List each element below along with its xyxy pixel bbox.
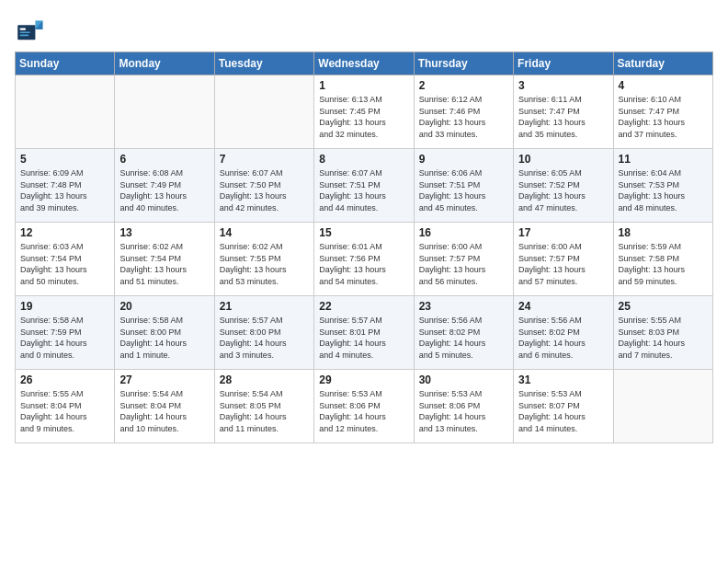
day-info: Sunrise: 6:02 AM Sunset: 7:54 PM Dayligh… xyxy=(119,241,209,287)
calendar-cell: 26Sunrise: 5:55 AM Sunset: 8:04 PM Dayli… xyxy=(16,370,115,443)
week-row: 1Sunrise: 6:13 AM Sunset: 7:45 PM Daylig… xyxy=(16,75,713,149)
calendar-cell: 11Sunrise: 6:04 AM Sunset: 7:53 PM Dayli… xyxy=(613,149,712,223)
calendar-cell: 5Sunrise: 6:09 AM Sunset: 7:48 PM Daylig… xyxy=(16,149,115,223)
day-header-monday: Monday xyxy=(115,52,214,75)
day-header-friday: Friday xyxy=(514,52,613,75)
day-info: Sunrise: 5:57 AM Sunset: 8:00 PM Dayligh… xyxy=(220,315,309,361)
logo-icon xyxy=(15,15,44,44)
day-info: Sunrise: 6:00 AM Sunset: 7:57 PM Dayligh… xyxy=(518,241,608,287)
day-number: 18 xyxy=(619,226,708,239)
svg-rect-6 xyxy=(20,35,29,37)
svg-rect-5 xyxy=(20,31,30,33)
day-info: Sunrise: 6:04 AM Sunset: 7:53 PM Dayligh… xyxy=(619,167,708,213)
day-number: 23 xyxy=(419,300,508,313)
day-number: 8 xyxy=(319,153,408,166)
calendar-cell xyxy=(214,75,313,149)
calendar-cell: 29Sunrise: 5:53 AM Sunset: 8:06 PM Dayli… xyxy=(314,370,414,443)
day-info: Sunrise: 5:58 AM Sunset: 8:00 PM Dayligh… xyxy=(119,315,209,361)
day-info: Sunrise: 5:53 AM Sunset: 8:06 PM Dayligh… xyxy=(319,388,408,434)
day-info: Sunrise: 6:09 AM Sunset: 7:48 PM Dayligh… xyxy=(20,167,109,213)
calendar-cell: 12Sunrise: 6:03 AM Sunset: 7:54 PM Dayli… xyxy=(16,223,115,296)
day-info: Sunrise: 6:06 AM Sunset: 7:51 PM Dayligh… xyxy=(419,167,508,213)
calendar-cell: 8Sunrise: 6:07 AM Sunset: 7:51 PM Daylig… xyxy=(314,149,414,223)
day-number: 24 xyxy=(518,300,608,313)
day-number: 3 xyxy=(518,79,608,92)
calendar-cell: 22Sunrise: 5:57 AM Sunset: 8:01 PM Dayli… xyxy=(314,296,414,370)
day-number: 9 xyxy=(419,153,508,166)
day-info: Sunrise: 5:59 AM Sunset: 7:58 PM Dayligh… xyxy=(619,241,708,287)
calendar-cell: 3Sunrise: 6:11 AM Sunset: 7:47 PM Daylig… xyxy=(514,75,613,149)
day-info: Sunrise: 5:54 AM Sunset: 8:05 PM Dayligh… xyxy=(220,388,309,434)
day-info: Sunrise: 6:07 AM Sunset: 7:51 PM Dayligh… xyxy=(319,167,408,213)
day-number: 14 xyxy=(220,226,309,239)
logo xyxy=(15,15,48,44)
calendar-cell: 25Sunrise: 5:55 AM Sunset: 8:03 PM Dayli… xyxy=(613,296,712,370)
day-number: 21 xyxy=(220,300,309,313)
day-header-thursday: Thursday xyxy=(414,52,513,75)
day-number: 22 xyxy=(319,300,408,313)
day-number: 29 xyxy=(319,373,408,386)
day-info: Sunrise: 6:12 AM Sunset: 7:46 PM Dayligh… xyxy=(419,94,508,140)
calendar-cell: 10Sunrise: 6:05 AM Sunset: 7:52 PM Dayli… xyxy=(514,149,613,223)
day-info: Sunrise: 6:11 AM Sunset: 7:47 PM Dayligh… xyxy=(518,94,608,140)
calendar-cell: 4Sunrise: 6:10 AM Sunset: 7:47 PM Daylig… xyxy=(613,75,712,149)
calendar-cell: 7Sunrise: 6:07 AM Sunset: 7:50 PM Daylig… xyxy=(214,149,313,223)
day-info: Sunrise: 6:03 AM Sunset: 7:54 PM Dayligh… xyxy=(20,241,109,287)
week-row: 5Sunrise: 6:09 AM Sunset: 7:48 PM Daylig… xyxy=(16,149,713,223)
day-number: 30 xyxy=(419,373,508,386)
day-header-wednesday: Wednesday xyxy=(314,52,414,75)
day-info: Sunrise: 5:53 AM Sunset: 8:07 PM Dayligh… xyxy=(518,388,608,434)
calendar-cell: 9Sunrise: 6:06 AM Sunset: 7:51 PM Daylig… xyxy=(414,149,513,223)
day-info: Sunrise: 5:55 AM Sunset: 8:03 PM Dayligh… xyxy=(619,315,708,361)
calendar-cell xyxy=(16,75,115,149)
day-info: Sunrise: 5:56 AM Sunset: 8:02 PM Dayligh… xyxy=(518,315,608,361)
calendar-cell: 13Sunrise: 6:02 AM Sunset: 7:54 PM Dayli… xyxy=(115,223,214,296)
calendar-cell: 28Sunrise: 5:54 AM Sunset: 8:05 PM Dayli… xyxy=(214,370,313,443)
day-number: 25 xyxy=(619,300,708,313)
calendar-cell: 20Sunrise: 5:58 AM Sunset: 8:00 PM Dayli… xyxy=(115,296,214,370)
calendar-cell: 1Sunrise: 6:13 AM Sunset: 7:45 PM Daylig… xyxy=(314,75,414,149)
day-info: Sunrise: 5:55 AM Sunset: 8:04 PM Dayligh… xyxy=(20,388,109,434)
day-number: 1 xyxy=(319,79,408,92)
day-info: Sunrise: 5:53 AM Sunset: 8:06 PM Dayligh… xyxy=(419,388,508,434)
calendar-cell: 31Sunrise: 5:53 AM Sunset: 8:07 PM Dayli… xyxy=(514,370,613,443)
calendar-cell: 24Sunrise: 5:56 AM Sunset: 8:02 PM Dayli… xyxy=(514,296,613,370)
day-header-saturday: Saturday xyxy=(613,52,712,75)
calendar-cell: 19Sunrise: 5:58 AM Sunset: 7:59 PM Dayli… xyxy=(16,296,115,370)
day-number: 6 xyxy=(119,153,209,166)
day-info: Sunrise: 6:08 AM Sunset: 7:49 PM Dayligh… xyxy=(119,167,209,213)
day-info: Sunrise: 6:02 AM Sunset: 7:55 PM Dayligh… xyxy=(220,241,309,287)
day-info: Sunrise: 6:10 AM Sunset: 7:47 PM Dayligh… xyxy=(619,94,708,140)
day-number: 17 xyxy=(518,226,608,239)
day-number: 20 xyxy=(119,300,209,313)
calendar-cell: 14Sunrise: 6:02 AM Sunset: 7:55 PM Dayli… xyxy=(214,223,313,296)
day-number: 26 xyxy=(20,373,109,386)
calendar-cell: 23Sunrise: 5:56 AM Sunset: 8:02 PM Dayli… xyxy=(414,296,513,370)
day-number: 11 xyxy=(619,153,708,166)
calendar-cell: 16Sunrise: 6:00 AM Sunset: 7:57 PM Dayli… xyxy=(414,223,513,296)
day-number: 10 xyxy=(518,153,608,166)
calendar-cell xyxy=(115,75,214,149)
calendar-cell: 15Sunrise: 6:01 AM Sunset: 7:56 PM Dayli… xyxy=(314,223,414,296)
day-number: 28 xyxy=(220,373,309,386)
calendar-table: SundayMondayTuesdayWednesdayThursdayFrid… xyxy=(15,52,713,443)
svg-rect-4 xyxy=(20,28,26,29)
calendar-cell: 2Sunrise: 6:12 AM Sunset: 7:46 PM Daylig… xyxy=(414,75,513,149)
day-number: 2 xyxy=(419,79,508,92)
day-number: 15 xyxy=(319,226,408,239)
week-row: 12Sunrise: 6:03 AM Sunset: 7:54 PM Dayli… xyxy=(16,223,713,296)
day-number: 4 xyxy=(619,79,708,92)
day-info: Sunrise: 5:57 AM Sunset: 8:01 PM Dayligh… xyxy=(319,315,408,361)
week-row: 19Sunrise: 5:58 AM Sunset: 7:59 PM Dayli… xyxy=(16,296,713,370)
day-info: Sunrise: 6:00 AM Sunset: 7:57 PM Dayligh… xyxy=(419,241,508,287)
day-number: 27 xyxy=(119,373,209,386)
calendar-header-row: SundayMondayTuesdayWednesdayThursdayFrid… xyxy=(16,52,713,75)
calendar-cell: 21Sunrise: 5:57 AM Sunset: 8:00 PM Dayli… xyxy=(214,296,313,370)
day-number: 12 xyxy=(20,226,109,239)
calendar-cell xyxy=(613,370,712,443)
day-info: Sunrise: 6:07 AM Sunset: 7:50 PM Dayligh… xyxy=(220,167,309,213)
day-info: Sunrise: 6:05 AM Sunset: 7:52 PM Dayligh… xyxy=(518,167,608,213)
day-number: 7 xyxy=(220,153,309,166)
calendar-cell: 17Sunrise: 6:00 AM Sunset: 7:57 PM Dayli… xyxy=(514,223,613,296)
day-info: Sunrise: 5:56 AM Sunset: 8:02 PM Dayligh… xyxy=(419,315,508,361)
